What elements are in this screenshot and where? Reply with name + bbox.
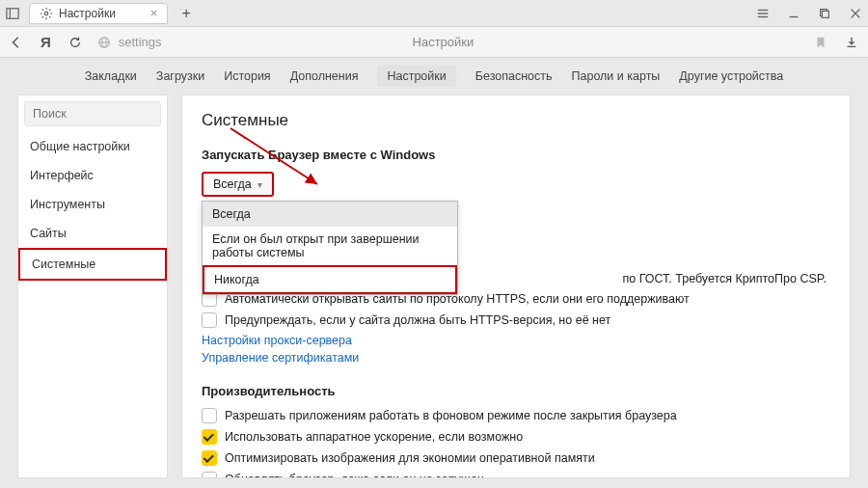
chevron-down-icon: ▾ [258, 179, 262, 190]
row-https-warn: Предупреждать, если у сайта должна быть … [202, 312, 830, 328]
gost-text-tail: по ГОСТ. Требуется КриптоПро CSP. [622, 272, 827, 285]
tab-title: Настройки [59, 7, 116, 20]
reload-icon[interactable] [68, 36, 82, 49]
sidebar-item-system[interactable]: Системные [18, 248, 167, 281]
settings-main: Системные Запускать Браузер вместе с Win… [181, 95, 851, 478]
dropdown-option-ifopen[interactable]: Если он был открыт при завершении работы… [203, 227, 457, 265]
section-perf-label: Производительность [202, 384, 830, 398]
tab-addons[interactable]: Дополнения [290, 69, 359, 83]
sidebar-item-sites[interactable]: Сайты [18, 219, 167, 248]
close-window-icon[interactable] [849, 7, 862, 20]
window-titlebar: Настройки × + [0, 0, 868, 27]
tab-passwords[interactable]: Пароли и карты [572, 69, 661, 83]
launch-dropdown[interactable]: Всегда ▾ [202, 172, 274, 197]
sidebar-item-tools[interactable]: Инструменты [18, 190, 167, 219]
checkbox-hw-accel[interactable] [202, 429, 217, 445]
tab-security[interactable]: Безопасность [475, 69, 553, 83]
bookmark-icon[interactable] [814, 36, 827, 49]
svg-rect-8 [822, 11, 828, 17]
settings-tabs: Закладки Загрузки История Дополнения Нас… [0, 58, 868, 95]
gear-icon [40, 7, 53, 20]
url-text: settings [119, 35, 162, 49]
dropdown-selected: Всегда [213, 177, 252, 191]
checkbox-bg-apps[interactable] [202, 408, 217, 423]
back-icon[interactable] [10, 36, 23, 49]
browser-tab[interactable]: Настройки × [29, 3, 168, 24]
checkbox-update-bg[interactable] [202, 472, 217, 478]
address-field[interactable]: settings Настройки [97, 32, 789, 53]
sidebar-item-general[interactable]: Общие настройки [18, 132, 167, 161]
tab-bookmarks[interactable]: Закладки [85, 69, 137, 83]
page-heading: Системные [202, 111, 830, 130]
new-tab-button[interactable]: + [181, 5, 190, 22]
download-icon[interactable] [845, 36, 858, 49]
menu-icon[interactable] [756, 7, 770, 20]
launch-dropdown-menu: Всегда Если он был открыт при завершении… [202, 201, 458, 295]
checkbox-https-warn[interactable] [202, 312, 217, 328]
maximize-icon[interactable] [818, 7, 831, 20]
tab-devices[interactable]: Другие устройства [679, 69, 783, 83]
sidebar-toggle-icon[interactable] [6, 7, 19, 20]
sidebar-search-input[interactable] [24, 101, 161, 126]
svg-point-2 [44, 12, 48, 15]
globe-icon [97, 36, 111, 49]
yandex-logo-icon[interactable]: Я [41, 34, 51, 50]
tab-downloads[interactable]: Загрузки [156, 69, 204, 83]
sidebar-item-interface[interactable]: Интерфейс [18, 161, 167, 190]
close-tab-icon[interactable]: × [150, 6, 158, 20]
tab-settings[interactable]: Настройки [377, 66, 455, 87]
link-proxy[interactable]: Настройки прокси-сервера [202, 334, 830, 347]
settings-sidebar: Общие настройки Интерфейс Инструменты Са… [17, 95, 168, 478]
address-bar-row: Я settings Настройки [0, 27, 868, 58]
page-title-center: Настройки [97, 35, 789, 49]
minimize-icon[interactable] [787, 7, 800, 20]
dropdown-option-always[interactable]: Всегда [203, 202, 457, 227]
svg-rect-0 [7, 8, 18, 18]
dropdown-option-never[interactable]: Никогда [203, 265, 457, 294]
link-cert[interactable]: Управление сертификатами [202, 351, 830, 365]
tab-history[interactable]: История [224, 69, 270, 83]
checkbox-optimize-img[interactable] [202, 450, 217, 466]
section-launch-label: Запускать Браузер вместе с Windows [202, 148, 830, 162]
content-area: Общие настройки Интерфейс Инструменты Са… [0, 95, 868, 488]
